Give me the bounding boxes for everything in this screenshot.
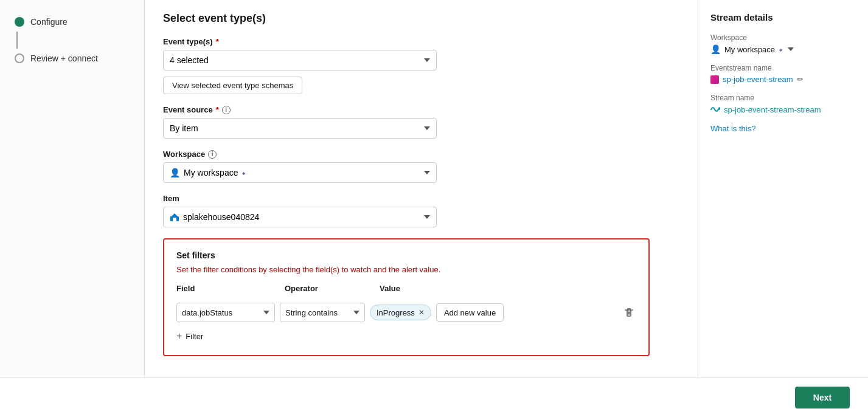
stream-detail: Stream name sp-job-event-stream-stream — [710, 94, 856, 114]
item-chevron — [424, 215, 430, 219]
filters-box: Set filters Set the filter conditions by… — [163, 238, 650, 356]
item-label: Item — [163, 194, 650, 203]
workspace-detail-value: 👤 My workspace ⬥ — [710, 44, 856, 54]
workspace-info-icon[interactable]: i — [208, 150, 217, 159]
filter-field-chevron — [263, 311, 269, 314]
configure-step-dot — [15, 17, 24, 27]
workspace-diamond-icon: ⬥ — [779, 45, 783, 53]
filter-row: data.jobStatus String contains InProgres… — [176, 303, 636, 322]
what-is-this-link[interactable]: What is this? — [710, 124, 856, 133]
event-source-group: Event source * i By item — [163, 105, 650, 139]
filter-headers: Field Operator Value — [176, 284, 636, 298]
operator-col-header: Operator — [285, 284, 370, 293]
item-value-container: splakehouse040824 — [170, 212, 259, 222]
delete-filter-icon[interactable] — [622, 305, 636, 320]
filters-description: Set the filter conditions by selecting t… — [176, 265, 636, 274]
lakehouse-icon — [170, 212, 179, 222]
required-star: * — [216, 37, 219, 46]
stream-detail-value: sp-job-event-stream-stream — [710, 105, 856, 114]
configure-label: Configure — [30, 17, 68, 27]
view-schemas-button[interactable]: View selected event type schemas — [163, 77, 302, 94]
eventstream-icon — [710, 75, 719, 84]
edit-eventstream-icon[interactable]: ✏ — [797, 75, 804, 84]
item-dropdown[interactable]: splakehouse040824 — [163, 207, 437, 227]
event-types-dropdown[interactable]: 4 selected — [163, 50, 437, 71]
next-button[interactable]: Next — [795, 387, 850, 408]
event-source-label: Event source * i — [163, 105, 650, 114]
scroll-container: Select event type(s) Event type(s) * 4 s… — [145, 0, 698, 381]
filter-field-value: data.jobStatus — [182, 308, 232, 317]
filter-operator-dropdown[interactable]: String contains — [280, 303, 365, 322]
workspace-chevron — [424, 171, 430, 174]
sidebar-item-review[interactable]: Review + connect — [12, 49, 100, 68]
review-label: Review + connect — [30, 53, 98, 63]
svg-rect-1 — [173, 218, 176, 221]
event-types-group: Event type(s) * 4 selected View selected… — [163, 37, 650, 94]
stream-detail-label: Stream name — [710, 94, 856, 102]
stream-icon — [710, 105, 720, 114]
bottom-bar: Next — [0, 377, 868, 417]
review-step-dot — [15, 53, 24, 63]
workspace-person-icon: 👤 — [710, 44, 721, 54]
event-types-value: 4 selected — [170, 55, 209, 65]
diamond-icon: ⬥ — [241, 168, 246, 177]
workspace-detail-chevron[interactable] — [788, 47, 794, 51]
content-area: Select event type(s) Event type(s) * 4 s… — [145, 0, 668, 368]
workspace-label: Workspace i — [163, 150, 650, 159]
event-source-info-icon[interactable]: i — [222, 106, 231, 114]
sidebar: Configure Review + connect — [0, 0, 145, 417]
filter-field-dropdown[interactable]: data.jobStatus — [176, 303, 275, 322]
step-connector — [16, 32, 18, 49]
sidebar-item-configure[interactable]: Configure — [12, 12, 70, 32]
right-panel: Stream details Workspace 👤 My workspace … — [698, 0, 868, 417]
item-value: splakehouse040824 — [183, 212, 259, 222]
filters-title: Set filters — [176, 250, 636, 260]
event-source-chevron — [424, 126, 430, 130]
workspace-detail: Workspace 👤 My workspace ⬥ — [710, 33, 856, 54]
workspace-value-container: 👤 My workspace ⬥ — [170, 168, 246, 177]
field-col-header: Field — [176, 284, 275, 293]
event-source-dropdown[interactable]: By item — [163, 118, 437, 139]
workspace-detail-label: Workspace — [710, 33, 856, 42]
value-col-header: Value — [380, 284, 400, 293]
workspace-group: Workspace i 👤 My workspace ⬥ — [163, 150, 650, 183]
main-content: Select event type(s) Event type(s) * 4 s… — [145, 0, 698, 417]
section-title: Select event type(s) — [163, 12, 650, 25]
eventstream-detail-value: sp-job-event-stream ✏ — [710, 75, 856, 84]
filter-tag-inprogress: InProgress ✕ — [370, 305, 431, 320]
filter-operator-value: String contains — [285, 308, 338, 317]
filter-operator-chevron — [353, 311, 359, 314]
person-icon: 👤 — [170, 168, 180, 177]
add-filter-button[interactable]: + Filter — [176, 328, 203, 344]
event-types-chevron — [424, 58, 430, 62]
plus-icon: + — [176, 331, 182, 342]
event-source-value: By item — [170, 123, 198, 133]
filter-tag-close[interactable]: ✕ — [418, 309, 425, 316]
eventstream-detail: Eventstream name sp-job-event-stream ✏ — [710, 64, 856, 84]
workspace-value: My workspace — [184, 168, 238, 177]
filter-tag-value: InProgress — [377, 308, 415, 317]
event-types-label: Event type(s) * — [163, 37, 650, 46]
event-source-required-star: * — [216, 105, 219, 114]
add-new-value-button[interactable]: Add new value — [436, 303, 504, 322]
add-filter-label: Filter — [186, 332, 203, 341]
eventstream-detail-label: Eventstream name — [710, 64, 856, 72]
workspace-dropdown[interactable]: 👤 My workspace ⬥ — [163, 162, 437, 183]
item-group: Item splakehouse040824 — [163, 194, 650, 227]
stream-details-title: Stream details — [710, 12, 856, 22]
